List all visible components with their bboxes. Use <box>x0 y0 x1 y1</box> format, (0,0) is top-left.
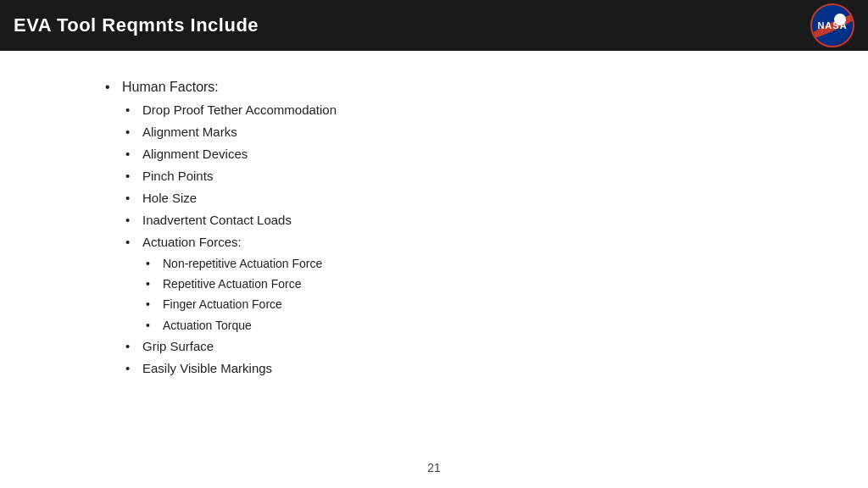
bullet-list-level2: Drop Proof Tether Accommodation Alignmen… <box>122 100 766 380</box>
list-item-easily-visible: Easily Visible Markings <box>122 358 766 379</box>
list-item-finger-actuation: Finger Actuation Force <box>142 295 766 313</box>
list-item-alignment-devices: Alignment Devices <box>122 144 766 164</box>
list-item-non-repetitive: Non-repetitive Actuation Force <box>142 254 766 273</box>
list-item-grip-surface: Grip Surface <box>122 336 766 357</box>
list-item-hole-size: Hole Size <box>122 188 766 208</box>
list-item-alignment-marks: Alignment Marks <box>122 122 766 142</box>
header: EVA Tool Reqmnts Include NASA <box>0 0 868 51</box>
list-item-actuation-forces: Actuation Forces: Non-repetitive Actuati… <box>122 232 766 336</box>
main-content: Human Factors: Drop Proof Tether Accommo… <box>0 51 868 408</box>
page-number: 21 <box>427 461 441 474</box>
list-item-inadvertent-contact: Inadvertent Contact Loads <box>122 210 766 230</box>
human-factors-label: Human Factors: <box>122 80 219 94</box>
bullet-list-level3: Non-repetitive Actuation Force Repetitiv… <box>142 254 766 336</box>
nasa-logo: NASA <box>810 3 854 47</box>
list-item-repetitive: Repetitive Actuation Force <box>142 274 766 293</box>
page-title: EVA Tool Reqmnts Include <box>14 14 259 36</box>
bullet-list-level1: Human Factors: Drop Proof Tether Accommo… <box>102 76 766 379</box>
list-item-pinch-points: Pinch Points <box>122 166 766 186</box>
list-item-drop-proof: Drop Proof Tether Accommodation <box>122 100 766 120</box>
nasa-logo-text: NASA <box>817 20 847 30</box>
list-item-actuation-torque: Actuation Torque <box>142 316 766 335</box>
list-item-human-factors: Human Factors: Drop Proof Tether Accommo… <box>102 76 766 379</box>
